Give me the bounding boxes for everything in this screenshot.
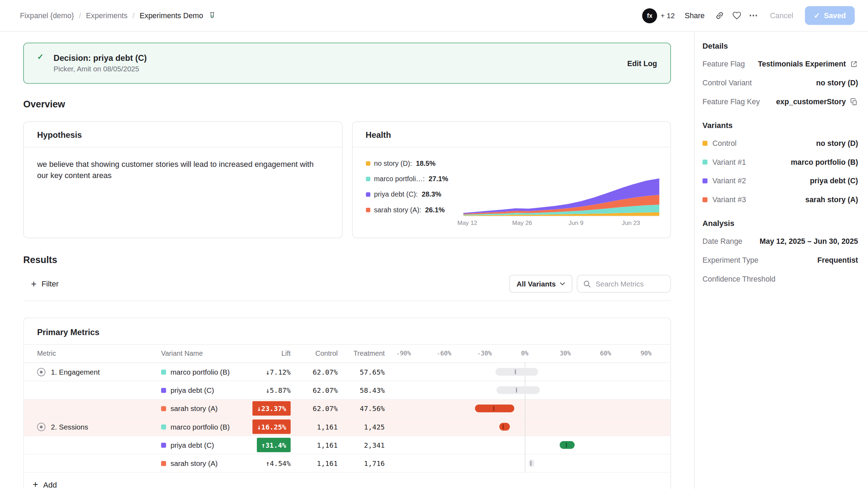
table-row[interactable]: sarah story (A)↓23.37%62.07%47.56% [24, 399, 670, 418]
mean-tick [566, 442, 567, 447]
detail-row: Feature Flag Keyexp_customerStory [702, 98, 858, 106]
breadcrumb-item-experiments[interactable]: Experiments [86, 11, 128, 20]
confidence-interval-cell [388, 363, 671, 381]
variants-heading: Variants [702, 121, 858, 129]
variants-section: Variants Controlno story (D)Variant #1ma… [702, 121, 858, 204]
top-bar: Fixpanel {demo} / Experiments / Experime… [0, 0, 868, 31]
avatar[interactable]: fx [642, 8, 657, 23]
confidence-interval-cell [388, 381, 671, 399]
axis-tick-label: 30% [560, 350, 571, 357]
metrics-table-body: 1. Engagementmarco portfolio (B)↓7.12%62… [24, 363, 670, 473]
legend-item: priya debt (C): 28.3% [366, 191, 458, 198]
axis-tick-label: 90% [641, 350, 651, 357]
lift-cell: ↑31.4% [244, 438, 294, 452]
filter-button[interactable]: + Filter [23, 279, 59, 289]
app-window: Fixpanel {demo} / Experiments / Experime… [0, 0, 868, 489]
analysis-section: Analysis Date RangeMay 12, 2025 – Jun 30… [702, 219, 858, 283]
table-row[interactable]: priya debt (C)↓5.87%62.07%58.43% [24, 381, 670, 399]
health-card-title: Health [352, 122, 670, 148]
metric-cell: 1. Engagement [24, 368, 161, 376]
detail-row: Feature FlagTestimonials Experiment [702, 60, 858, 68]
confidence-interval-bar [499, 423, 510, 431]
variant-swatch [702, 141, 707, 146]
axis-tick-label: -60% [437, 350, 451, 357]
mean-tick [515, 369, 516, 374]
svg-text:May 26: May 26 [512, 219, 532, 226]
add-metric-button[interactable]: + Add [24, 473, 670, 489]
cancel-button[interactable]: Cancel [770, 11, 793, 20]
topbar-actions: fx + 12 Share ⋯ Cancel ✓ Saved [642, 6, 855, 25]
edit-log-button[interactable]: Edit Log [627, 59, 657, 68]
health-legend: no story (D): 18.5%marco portfoli…: 27.1… [366, 160, 458, 232]
more-options-icon[interactable]: ⋯ [749, 11, 758, 20]
axis-tick-label: -90% [396, 350, 411, 357]
analysis-row: Date RangeMay 12, 2025 – Jun 30, 2025 [702, 237, 858, 246]
favorite-heart-icon[interactable] [732, 10, 742, 21]
copy-button[interactable] [850, 98, 858, 106]
metric-target-icon [37, 368, 45, 376]
column-header-metric: Metric [24, 350, 161, 357]
variant-row: Variant #3sarah story (A) [702, 196, 858, 204]
variants-dropdown[interactable]: All Variants [509, 275, 572, 293]
legend-swatch [366, 177, 370, 181]
treatment-cell: 58.43% [341, 386, 388, 394]
metric-target-icon [37, 423, 45, 431]
treatment-cell: 57.65% [341, 368, 388, 376]
variant-swatch [161, 442, 166, 447]
legend-item: sarah story (A): 26.1% [366, 206, 458, 214]
details-section: Details Feature FlagTestimonials Experim… [702, 42, 858, 106]
breadcrumb: Fixpanel {demo} / Experiments / Experime… [20, 11, 216, 20]
variant-row: Variant #1marco portfolio (B) [702, 158, 858, 166]
analysis-heading: Analysis [702, 219, 858, 228]
overview-heading: Overview [23, 99, 671, 111]
saved-button[interactable]: ✓ Saved [805, 6, 855, 25]
confidence-interval-bar [497, 386, 540, 394]
confidence-interval-cell [388, 436, 671, 454]
variant-swatch [702, 160, 707, 164]
hypothesis-card: Hypothesis we believe that showing custo… [23, 121, 342, 238]
confidence-interval-bar [560, 441, 574, 449]
breadcrumb-item-project[interactable]: Fixpanel {demo} [20, 11, 74, 20]
hypothesis-card-title: Hypothesis [24, 122, 342, 148]
collaborators-count[interactable]: + 12 [660, 11, 675, 20]
variant-row: Variant #2priya debt (C) [702, 177, 858, 185]
search-box[interactable] [577, 275, 671, 293]
mean-tick [516, 388, 517, 392]
confidence-interval-bar [529, 459, 534, 467]
variant-row: Controlno story (D) [702, 139, 858, 148]
variant-cell: priya debt (C) [161, 386, 244, 394]
analysis-row: Experiment TypeFrequentist [702, 256, 858, 264]
main-content: ✓ Decision: priya debt (C) Picker, Amit … [0, 31, 694, 489]
share-button[interactable]: Share [685, 11, 704, 20]
search-input[interactable] [596, 279, 665, 288]
variant-swatch [161, 424, 166, 429]
external-link-button[interactable] [850, 60, 858, 68]
primary-metrics-card: Primary Metrics Metric Variant Name Lift… [23, 318, 671, 489]
table-row[interactable]: 2. Sessionsmarco portfolio (B)↓16.25%1,1… [24, 418, 670, 436]
legend-swatch [366, 208, 370, 212]
axis-tick-label: 60% [600, 350, 611, 357]
confidence-interval-cell [388, 418, 671, 435]
svg-text:Jun 9: Jun 9 [569, 219, 584, 226]
table-row[interactable]: sarah story (A)↑4.54%1,1611,716 [24, 454, 670, 473]
control-cell: 1,161 [294, 441, 341, 449]
details-heading: Details [702, 42, 858, 50]
axis-ticks: -90%-60%-30%0%30%60%90% [388, 345, 671, 362]
lift-cell: ↓5.87% [244, 386, 294, 394]
lift-cell: ↓23.37% [244, 401, 294, 416]
variant-swatch [161, 406, 166, 411]
check-icon: ✓ [814, 11, 820, 20]
control-cell: 1,161 [294, 459, 341, 468]
confidence-interval-bar [495, 368, 538, 376]
copy-link-icon[interactable] [715, 10, 725, 21]
breadcrumb-item-current[interactable]: Experiments Demo [139, 11, 203, 20]
hypothesis-text: we believe that showing customer stories… [24, 147, 337, 192]
confidence-interval-cell [388, 399, 671, 417]
table-row[interactable]: priya debt (C)↑31.4%1,1612,341 [24, 436, 670, 454]
column-header-control: Control [294, 350, 341, 357]
svg-text:May 12: May 12 [457, 219, 477, 226]
mean-tick [503, 424, 504, 429]
details-rows: Feature FlagTestimonials ExperimentContr… [702, 60, 858, 106]
confidence-interval-bar [475, 404, 514, 412]
table-row[interactable]: 1. Engagementmarco portfolio (B)↓7.12%62… [24, 363, 670, 381]
